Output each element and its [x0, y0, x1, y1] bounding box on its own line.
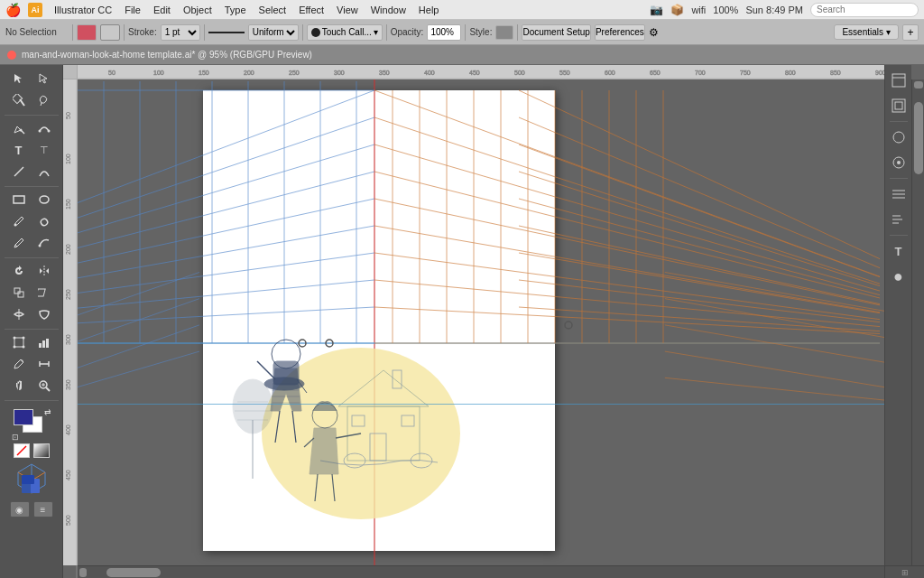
panel-btn-3[interactable] — [887, 126, 910, 149]
svg-text:100: 100 — [153, 70, 164, 76]
curvature-tool[interactable] — [32, 118, 56, 138]
ruler-left: 50 100 150 200 250 300 350 400 450 500 — [63, 79, 78, 565]
svg-text:400: 400 — [424, 70, 435, 76]
menu-window[interactable]: Window — [365, 3, 412, 17]
magic-wand-tool[interactable] — [7, 90, 31, 110]
menu-select[interactable]: Select — [253, 3, 293, 17]
svg-point-7 — [40, 196, 49, 203]
svg-point-17 — [22, 337, 24, 340]
add-workspace-button[interactable]: + — [902, 24, 919, 41]
fill-btn[interactable] — [77, 24, 97, 41]
menu-bar: 🍎 Ai Illustrator CC File Edit Object Typ… — [0, 0, 924, 20]
menubar-right: 📷 📦 wifi 100% Sun 8:49 PM — [650, 3, 919, 17]
horizontal-scrollbar[interactable] — [78, 565, 884, 578]
panel-btn-dot[interactable]: ● — [887, 265, 910, 288]
vscroll-thumb[interactable] — [914, 102, 923, 174]
swap-colors-icon[interactable]: ⇄ — [44, 407, 51, 416]
menu-object[interactable]: Object — [177, 3, 218, 17]
eyedropper-tool[interactable] — [7, 354, 31, 374]
svg-point-8 — [14, 224, 16, 227]
svg-point-19 — [22, 346, 24, 349]
pencil-tool[interactable] — [7, 233, 31, 253]
paintbrush-tool[interactable] — [7, 211, 31, 231]
panel-btn-4[interactable] — [887, 151, 910, 174]
hand-tool[interactable] — [7, 376, 31, 396]
symbol-sprayer[interactable]: ◉ — [10, 501, 30, 517]
svg-rect-162 — [895, 102, 902, 109]
menu-edit[interactable]: Edit — [147, 3, 177, 17]
ellipse-tool[interactable] — [32, 190, 56, 210]
touch-label-btn[interactable]: Touch Call... ▾ — [307, 24, 383, 41]
menu-file[interactable]: File — [118, 3, 147, 17]
stroke-weight-select[interactable]: 1 pt — [161, 24, 200, 41]
opacity-input[interactable] — [427, 24, 461, 41]
vertical-scrollbar[interactable] — [911, 79, 924, 565]
blob-brush-tool[interactable] — [32, 211, 56, 231]
svg-rect-161 — [892, 99, 905, 112]
menu-view[interactable]: View — [330, 3, 365, 17]
svg-line-102 — [519, 117, 880, 343]
essentials-btn[interactable]: Essentials▾ — [834, 24, 899, 40]
wifi-icon: wifi — [691, 5, 706, 15]
smooth-tool[interactable] — [32, 233, 56, 253]
rotate-tool[interactable] — [7, 261, 31, 281]
width-tool[interactable] — [7, 304, 31, 324]
reflect-tool[interactable] — [32, 261, 56, 281]
stroke-style-select[interactable]: Uniform — [248, 24, 299, 41]
svg-text:800: 800 — [785, 70, 796, 76]
svg-rect-20 — [39, 343, 42, 348]
menu-effect[interactable]: Effect — [292, 3, 330, 17]
svg-text:200: 200 — [244, 70, 254, 76]
warp-tool[interactable] — [32, 304, 56, 324]
tool-row-brush — [2, 211, 60, 231]
zoom-tool-btn[interactable] — [32, 376, 56, 396]
graph-tool[interactable] — [32, 332, 56, 352]
apple-menu[interactable]: 🍎 — [5, 3, 21, 17]
scale-tool[interactable] — [7, 283, 31, 303]
rect-tool[interactable] — [7, 190, 31, 210]
gradient-fill-btn[interactable] — [33, 443, 50, 458]
document-setup-button[interactable]: Document Setup — [522, 24, 591, 41]
svg-point-4 — [47, 130, 50, 133]
menu-illustrator[interactable]: Illustrator CC — [48, 3, 118, 17]
svg-text:850: 850 — [830, 70, 841, 76]
free-transform-tool[interactable] — [7, 332, 31, 352]
selection-tool[interactable] — [7, 69, 31, 89]
foreground-color-swatch[interactable] — [14, 409, 33, 425]
svg-rect-15 — [14, 338, 23, 347]
gear-icon[interactable]: ⚙ — [649, 26, 659, 39]
direct-selection-tool[interactable] — [32, 69, 56, 89]
none-fill-btn[interactable] — [14, 443, 30, 458]
measure-tool[interactable] — [32, 354, 56, 374]
tab-bar: man-and-woman-look-at-home template.ai* … — [0, 45, 924, 65]
stroke-btn[interactable] — [100, 24, 120, 41]
spotlight-search[interactable] — [810, 3, 919, 17]
vertical-type-tool[interactable]: ⊤ — [32, 140, 56, 160]
panel-btn-5[interactable] — [887, 182, 910, 206]
arc-tool[interactable] — [32, 162, 56, 182]
line-tool[interactable] — [7, 162, 31, 182]
svg-text:350: 350 — [65, 379, 71, 390]
panel-btn-6[interactable] — [887, 208, 910, 231]
svg-rect-12 — [18, 292, 23, 297]
shear-tool[interactable] — [32, 283, 56, 303]
pen-tool[interactable] — [7, 118, 31, 138]
type-tool-btn[interactable]: T — [7, 140, 31, 160]
preferences-button[interactable]: Preferences — [595, 24, 645, 41]
svg-line-5 — [14, 167, 23, 176]
svg-rect-11 — [14, 288, 20, 294]
panel-btn-type[interactable]: T — [887, 239, 910, 263]
menu-help[interactable]: Help — [412, 3, 446, 17]
default-colors-icon[interactable]: ⊡ — [12, 433, 19, 442]
tool-row-type: T ⊤ — [2, 140, 60, 160]
canvas-area[interactable]: 50 100 150 200 250 300 350 400 450 500 5… — [63, 65, 924, 578]
lasso-tool[interactable] — [32, 90, 56, 110]
hscroll-thumb[interactable] — [106, 568, 161, 577]
svg-point-163 — [893, 132, 904, 143]
panel-btn-1[interactable] — [887, 69, 910, 92]
tool-row-eye — [2, 354, 60, 374]
column-graph[interactable]: ≡ — [33, 501, 53, 517]
panel-btn-2[interactable] — [887, 94, 910, 117]
svg-point-18 — [13, 346, 15, 349]
menu-type[interactable]: Type — [218, 3, 253, 17]
